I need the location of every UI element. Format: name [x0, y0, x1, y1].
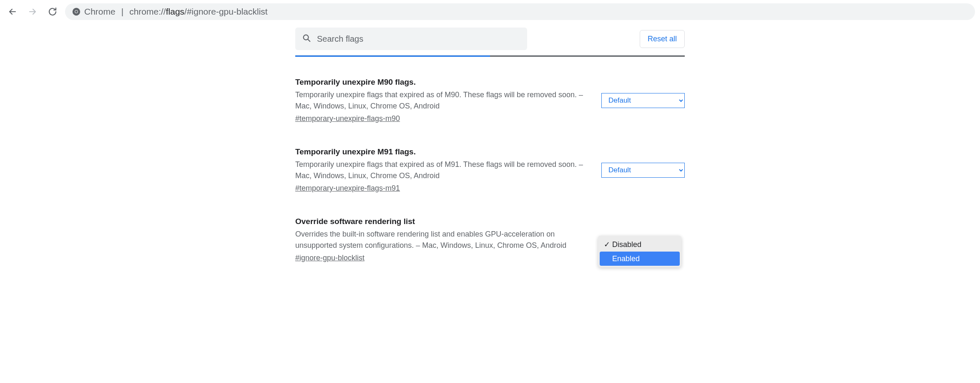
popup-option-enabled[interactable]: ✓ Enabled: [600, 252, 680, 266]
flag-item: Temporarily unexpire M91 flags. Temporar…: [295, 147, 685, 193]
back-button[interactable]: [5, 4, 20, 19]
omnibox-url: chrome://flags/#ignore-gpu-blacklist: [129, 7, 268, 17]
flag-anchor-link[interactable]: #temporary-unexpire-flags-m90: [295, 114, 400, 123]
omnibox-site-label: Chrome: [84, 7, 116, 17]
flag-description: Temporarily unexpire flags that expired …: [295, 159, 593, 181]
omnibox[interactable]: Chrome | chrome://flags/#ignore-gpu-blac…: [65, 3, 975, 20]
search-icon: [302, 33, 311, 45]
reset-all-button[interactable]: Reset all: [640, 30, 685, 48]
flag-select-popup: ✓ Disabled ✓ Enabled: [598, 236, 681, 267]
popup-option-label: Disabled: [612, 240, 641, 249]
flag-select[interactable]: Default: [601, 93, 685, 108]
flags-topbar: Reset all: [295, 23, 685, 55]
popup-option-label: Enabled: [612, 254, 640, 263]
svg-line-4: [308, 39, 310, 41]
forward-button[interactable]: [25, 4, 40, 19]
flag-title: Temporarily unexpire M91 flags.: [295, 147, 593, 156]
flag-select[interactable]: Default: [601, 163, 685, 178]
flags-list: Temporarily unexpire M90 flags. Temporar…: [295, 57, 685, 262]
chrome-icon: [72, 7, 81, 16]
search-flags-box[interactable]: [295, 28, 527, 50]
flag-title: Override software rendering list: [295, 217, 593, 226]
flag-item: Temporarily unexpire M90 flags. Temporar…: [295, 78, 685, 123]
flag-title: Temporarily unexpire M90 flags.: [295, 78, 593, 87]
flag-description: Overrides the built-in software renderin…: [295, 229, 593, 251]
browser-nav-bar: Chrome | chrome://flags/#ignore-gpu-blac…: [0, 0, 980, 23]
check-icon: ✓: [604, 240, 610, 249]
popup-option-disabled[interactable]: ✓ Disabled: [600, 237, 680, 252]
flag-anchor-link[interactable]: #ignore-gpu-blocklist: [295, 254, 364, 262]
tab-indicator[interactable]: [295, 55, 685, 57]
svg-point-2: [75, 10, 78, 13]
flag-item: Override software rendering list Overrid…: [295, 217, 685, 262]
omnibox-separator: |: [121, 7, 123, 17]
flag-anchor-link[interactable]: #temporary-unexpire-flags-m91: [295, 184, 400, 192]
search-input[interactable]: [317, 34, 520, 44]
reload-button[interactable]: [45, 4, 60, 19]
flag-description: Temporarily unexpire flags that expired …: [295, 89, 593, 112]
